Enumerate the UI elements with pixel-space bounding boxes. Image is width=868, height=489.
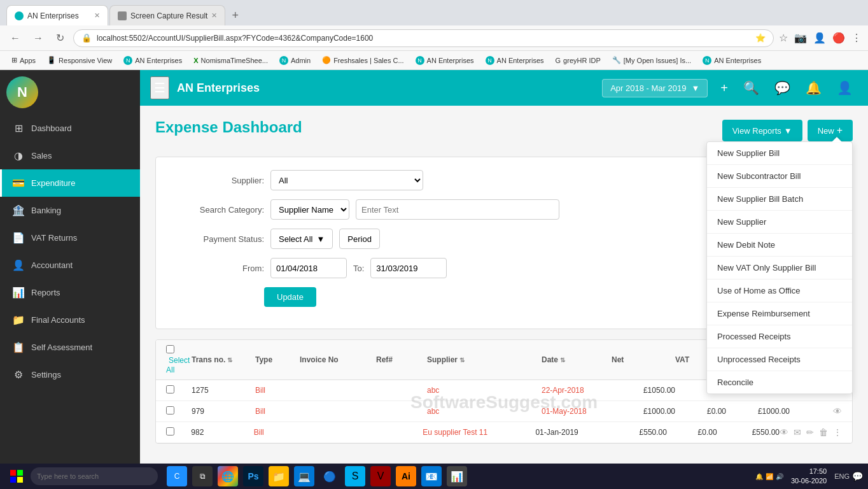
sidebar-item-banking[interactable]: 🏦 Banking (0, 197, 140, 224)
sidebar-item-expenditure[interactable]: 💳 Expenditure (0, 169, 140, 197)
tab2-close-btn[interactable]: ✕ (211, 11, 217, 20)
taskbar-chrome[interactable]: 🌐 (218, 466, 238, 486)
action-center-icon[interactable]: 💬 (852, 471, 863, 481)
sidebar-item-settings[interactable]: ⚙ Settings (0, 361, 140, 388)
taskbar-taskview[interactable]: ⧉ (192, 466, 213, 486)
user-profile-button[interactable]: 👤 (832, 78, 858, 98)
bookmark-freshsales[interactable]: 🟠 Freshsales | Sales C... (317, 55, 409, 66)
row3-edit-icon[interactable]: ✏ (806, 427, 814, 437)
taskbar-files[interactable]: 📁 (269, 466, 289, 486)
dropdown-item-new-supplier-bill[interactable]: New Supplier Bill (707, 142, 852, 165)
taskbar-chrome2[interactable]: 🔵 (319, 466, 340, 486)
update-button[interactable]: Update (264, 287, 316, 307)
bookmark-responsive[interactable]: 📱 Responsive View (42, 55, 117, 66)
select-all-link[interactable]: Select All (166, 356, 190, 374)
dropdown-item-expense-reimbursement[interactable]: Expense Reimbursement (707, 302, 852, 325)
bookmark-an1[interactable]: N AN Enterprises (118, 55, 187, 66)
view-reports-button[interactable]: View Reports ▼ (722, 120, 802, 141)
menu-dots[interactable]: ⋮ (851, 32, 862, 44)
taskbar-vpn[interactable]: V (370, 466, 391, 486)
messages-button[interactable]: 💬 (769, 78, 795, 98)
forward-button[interactable]: → (29, 31, 47, 45)
search-button[interactable]: 🔍 (738, 78, 764, 98)
bookmark-an2[interactable]: N AN Enterprises (410, 55, 479, 66)
row3-view-icon[interactable]: 👁 (780, 427, 788, 437)
refresh-button[interactable]: ↻ (52, 31, 68, 45)
new-tab-button[interactable]: + (227, 9, 244, 22)
bookmark-admin[interactable]: N Admin (274, 55, 316, 66)
taskbar-other[interactable]: 📊 (447, 466, 467, 486)
bookmark-greyhr[interactable]: G greyHR IDP (550, 55, 606, 66)
taskbar-search[interactable] (31, 467, 158, 485)
volume-icon[interactable]: 🔊 (776, 473, 783, 480)
bookmark-an4[interactable]: N AN Enterprises (697, 55, 766, 66)
bookmark-issues[interactable]: 🔧 [My Open Issues] Is... (607, 55, 696, 66)
row2-checkbox[interactable] (166, 406, 174, 415)
row2-view-icon[interactable]: 👁 (833, 406, 842, 416)
row3-checkbox[interactable] (166, 427, 174, 436)
dropdown-item-new-subcontractor-bill[interactable]: New Subcontractor Bill (707, 165, 852, 188)
select-all-dropdown[interactable]: Select All ▼ (270, 229, 333, 249)
hamburger-menu[interactable]: ☰ (150, 76, 169, 99)
search-category-select[interactable]: Supplier Name (270, 199, 349, 220)
col-supplier[interactable]: Supplier ⇅ (427, 355, 542, 364)
extension-icon[interactable]: 🔴 (832, 32, 845, 44)
dropdown-item-new-supplier-bill-batch[interactable]: New Supplier Bill Batch (707, 188, 852, 211)
wifi-icon[interactable]: 📶 (766, 473, 773, 480)
taskbar-clock[interactable]: 17:50 30-06-2020 (786, 467, 832, 486)
tab-close-btn[interactable]: ✕ (94, 11, 100, 20)
start-button[interactable] (5, 465, 28, 488)
notifications-button[interactable]: 🔔 (801, 78, 827, 98)
dropdown-item-new-vat-only[interactable]: New VAT Only Supplier Bill (707, 257, 852, 280)
sidebar-item-vat-returns[interactable]: 📄 VAT Returns (0, 224, 140, 252)
dropdown-item-new-debit-note[interactable]: New Debit Note (707, 234, 852, 257)
dropdown-item-processed-receipts[interactable]: Processed Receipts (707, 325, 852, 348)
sidebar-item-sales[interactable]: ◑ Sales (0, 142, 140, 169)
sidebar-item-dashboard[interactable]: ⊞ Dashboard (0, 115, 140, 142)
add-button[interactable]: + (715, 78, 733, 98)
row3-email-icon[interactable]: ✉ (794, 427, 801, 437)
back-button[interactable]: ← (6, 31, 24, 45)
row1-checkbox[interactable] (166, 385, 174, 393)
row2-type[interactable]: Bill (255, 407, 300, 416)
profile-icon[interactable]: 👤 (813, 32, 826, 44)
row2-supplier[interactable]: abc (427, 407, 542, 416)
bookmark-nomisma[interactable]: X NomismaTimeShee... (188, 55, 273, 66)
inactive-tab[interactable]: Screen Capture Result ✕ (109, 5, 225, 25)
taskbar-illustrator[interactable]: Ai (396, 466, 416, 486)
bookmark-star-icon[interactable]: ☆ (779, 32, 788, 44)
sidebar-item-reports[interactable]: 📊 Reports (0, 279, 140, 306)
dropdown-item-reconcile[interactable]: Reconcile (707, 371, 852, 393)
bookmark-an3[interactable]: N AN Enterprises (480, 55, 549, 66)
taskbar-outlook[interactable]: 📧 (421, 466, 442, 486)
row1-type[interactable]: Bill (255, 386, 300, 395)
new-button[interactable]: New (808, 120, 853, 141)
row1-supplier[interactable]: abc (427, 386, 542, 395)
active-tab[interactable]: AN Enterprises ✕ (6, 5, 108, 25)
period-selector[interactable]: Apr 2018 - Mar 2019 ▼ (602, 79, 708, 97)
search-text-input[interactable] (356, 199, 559, 220)
taskbar-photoshop[interactable]: Ps (243, 466, 263, 486)
sidebar-item-self-assessment[interactable]: 📋 Self Assessment (0, 334, 140, 361)
col-trans-no[interactable]: Trans no. ⇅ (192, 355, 255, 364)
sidebar-item-final-accounts[interactable]: 📁 Final Accounts (0, 306, 140, 334)
row3-delete-icon[interactable]: 🗑 (819, 427, 828, 437)
dropdown-item-unprocessed-receipts[interactable]: Unprocessed Receipts (707, 348, 852, 371)
row3-supplier[interactable]: Eu supplier Test 11 (423, 428, 535, 437)
taskbar-vscode[interactable]: 💻 (294, 466, 314, 486)
dropdown-item-use-of-home[interactable]: Use of Home as Office (707, 280, 852, 302)
period-button[interactable]: Period (339, 229, 380, 249)
sidebar-item-accountant[interactable]: 👤 Accountant (0, 252, 140, 279)
row3-type[interactable]: Bill (254, 428, 298, 437)
from-date-input[interactable] (270, 258, 347, 278)
address-bar[interactable]: 🔒 localhost:5502/AccountUI/SupplierBill.… (73, 29, 774, 47)
taskbar-skype[interactable]: S (345, 466, 365, 486)
taskbar-cortana[interactable]: C (167, 466, 187, 486)
row3-more-icon[interactable]: ⋮ (833, 427, 842, 437)
to-date-input[interactable] (370, 258, 447, 278)
dropdown-item-new-supplier[interactable]: New Supplier (707, 211, 852, 234)
select-all-checkbox[interactable] (166, 345, 174, 353)
bookmark-apps[interactable]: ⊞ Apps (6, 55, 41, 66)
col-date[interactable]: Date ⇅ (542, 355, 612, 364)
screenshot-icon[interactable]: 📷 (794, 32, 807, 44)
